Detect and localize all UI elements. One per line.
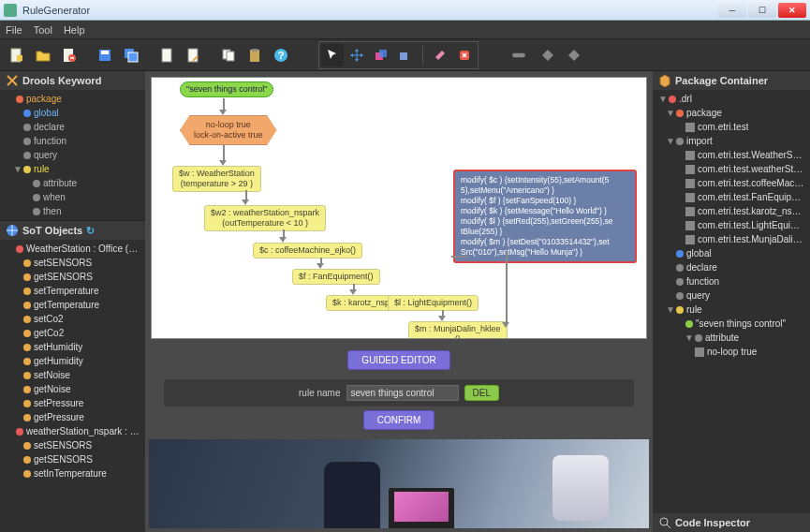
code-inspector-title: Code Inspector [675, 517, 750, 528]
condition-node-7[interactable]: $m : MunjaDalin_hklee () [408, 321, 508, 339]
tree-item[interactable]: com.etri.test.coffeeMachine_ejko [656, 176, 806, 190]
tree-item[interactable]: global [656, 246, 806, 260]
tree-item[interactable]: declare [4, 120, 141, 134]
menu-help[interactable]: Help [64, 24, 85, 36]
tree-item[interactable]: com.etri.test.LightEquipment [656, 218, 806, 232]
tree-item[interactable]: weatherStation_nspark : 본관 (nspark) [4, 424, 141, 438]
left-sidebar: Drools Keyword packageglobaldeclarefunct… [0, 71, 145, 532]
copy-icon[interactable] [217, 44, 240, 66]
pointer-tool-icon[interactable] [321, 44, 344, 66]
package-tree[interactable]: ▼.drl▼packagecom.etri.test▼importcom.etr… [653, 90, 810, 513]
action-block[interactable]: modify( $c ) {setIntensity(55),setAmount… [453, 170, 637, 263]
tree-item[interactable]: query [4, 148, 141, 162]
tree-item[interactable]: com.etri.test.karotz_nspark [656, 204, 806, 218]
tree-item[interactable]: setInTemperature [4, 466, 141, 480]
menu-file[interactable]: File [6, 24, 22, 36]
tree-item[interactable]: WeatherStation : Office (hklee) [4, 242, 141, 256]
help-icon[interactable]: ? [270, 44, 292, 66]
tree-item[interactable]: then [4, 204, 141, 218]
tree-item[interactable]: package [4, 92, 141, 106]
minimize-button[interactable]: ─ [718, 3, 746, 18]
diamond-shape-icon[interactable] [537, 44, 559, 66]
diamond-shape-2-icon[interactable] [563, 44, 585, 66]
draw-tool-icon[interactable] [394, 44, 417, 66]
eraser-tool-icon[interactable] [429, 44, 451, 66]
tree-item[interactable]: query [656, 288, 806, 303]
page-icon[interactable] [155, 44, 178, 66]
tree-item[interactable]: com.etri.test [656, 120, 806, 134]
del-button[interactable]: DEL [464, 385, 499, 401]
tree-item[interactable]: attribute [4, 176, 141, 190]
tree-item[interactable]: com.etri.test.MunjaDalin_hklee [656, 232, 806, 246]
refresh-icon[interactable]: ↻ [86, 225, 95, 237]
menu-tool[interactable]: Tool [34, 24, 52, 36]
condition-node-4[interactable]: $f : FanEquipment() [292, 269, 380, 285]
save-all-icon[interactable] [120, 44, 142, 66]
paste-icon[interactable] [243, 44, 266, 66]
tree-item[interactable]: setSENSORS [4, 438, 141, 452]
tree-item[interactable]: ▼rule [656, 303, 806, 317]
tree-item[interactable]: declare [656, 260, 806, 274]
tree-item[interactable]: getPressure [4, 410, 141, 424]
tree-item[interactable]: "seven things control" [656, 317, 806, 331]
package-container-header: Package Container [653, 71, 810, 90]
svg-rect-13 [252, 49, 258, 52]
tree-item[interactable]: getNoise [4, 382, 141, 396]
code-inspector-header[interactable]: Code Inspector [653, 513, 810, 532]
tree-item[interactable]: com.etri.test.WeatherStation [656, 148, 806, 162]
tree-item[interactable]: getTemperature [4, 298, 141, 312]
rule-name-input[interactable] [346, 385, 459, 401]
tree-item[interactable]: setHumidity [4, 340, 141, 354]
svg-rect-20 [512, 52, 525, 56]
confirm-button[interactable]: CONFIRM [363, 410, 435, 430]
tree-item[interactable]: com.etri.test.FanEquipment [656, 190, 806, 204]
tree-item[interactable]: setPressure [4, 396, 141, 410]
tree-item[interactable]: function [656, 274, 806, 288]
sot-objects-header: SoT Objects ↻ [0, 221, 145, 240]
drools-tree[interactable]: packageglobaldeclarefunctionquery▼ruleat… [0, 90, 145, 220]
svg-rect-5 [101, 51, 109, 54]
svg-point-22 [660, 518, 668, 525]
tree-item[interactable]: setCo2 [4, 312, 141, 326]
condition-node-3[interactable]: $c : coffeeMachine_ejko() [253, 243, 362, 259]
tree-item[interactable]: ▼attribute [656, 331, 806, 345]
open-folder-icon[interactable] [32, 44, 54, 66]
tree-item[interactable]: getSENSORS [4, 270, 141, 284]
right-sidebar: Package Container ▼.drl▼packagecom.etri.… [653, 71, 810, 532]
app-icon [4, 4, 17, 17]
toolbar: ? [0, 39, 810, 71]
tree-item[interactable]: no-loop true [656, 345, 806, 359]
tree-item[interactable]: setTemperature [4, 284, 141, 298]
save-icon[interactable] [94, 44, 116, 66]
tree-item[interactable]: com.etri.test.weatherStation_nspark [656, 162, 806, 176]
tree-item[interactable]: getHumidity [4, 354, 141, 368]
tree-item[interactable]: ▼rule [4, 162, 141, 176]
tree-item[interactable]: ▼import [656, 134, 806, 148]
condition-node-1[interactable]: $w : WeatherStation (temperature > 29 ) [172, 166, 261, 192]
guided-editor-button[interactable]: GUIDED EDITOR [347, 350, 449, 370]
start-node[interactable]: "seven things control" [180, 81, 273, 97]
tree-item[interactable]: global [4, 106, 141, 120]
condition-node-2[interactable]: $w2 : weatherStation_nspark (outTemperat… [204, 205, 326, 231]
tree-item[interactable]: setSENSORS [4, 256, 141, 270]
select-tool-icon[interactable] [370, 44, 392, 66]
delete-tool-icon[interactable] [453, 44, 476, 66]
new-file-icon[interactable] [6, 44, 28, 66]
page-edit-icon[interactable] [182, 44, 204, 66]
tree-item[interactable]: getCo2 [4, 326, 141, 340]
delete-file-icon[interactable] [58, 44, 81, 66]
tree-item[interactable]: when [4, 190, 141, 204]
pill-shape-icon[interactable] [505, 44, 533, 66]
condition-node-6[interactable]: $l : LightEquipment() [388, 295, 479, 311]
tree-item[interactable]: setNoise [4, 368, 141, 382]
sot-tree[interactable]: WeatherStation : Office (hklee)setSENSOR… [0, 240, 145, 482]
tree-item[interactable]: ▼.drl [656, 92, 806, 106]
tree-item[interactable]: getSENSORS [4, 452, 141, 466]
tree-item[interactable]: function [4, 134, 141, 148]
close-button[interactable]: ✕ [778, 3, 806, 18]
attribute-node[interactable]: no-loop true lock-on-active true [180, 115, 277, 145]
flowchart-canvas[interactable]: "seven things control" no-loop true lock… [151, 77, 647, 339]
maximize-button[interactable]: ☐ [748, 3, 776, 18]
tree-item[interactable]: ▼package [656, 106, 806, 120]
move-tool-icon[interactable] [346, 44, 368, 66]
